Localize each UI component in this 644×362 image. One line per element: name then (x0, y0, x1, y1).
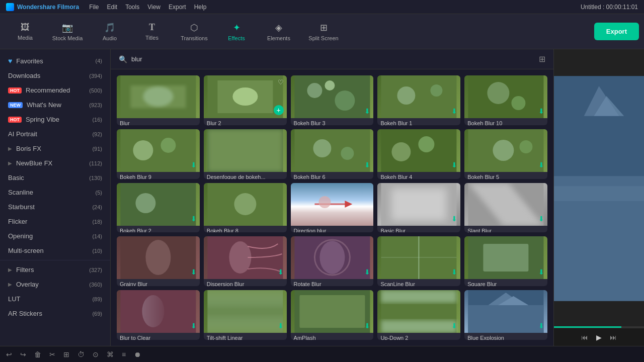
nav-audio[interactable]: 🎵 Audio (90, 17, 130, 47)
effect-scanline-blur[interactable]: ⬇ ScanLine Blur (377, 236, 460, 286)
effect-grainy[interactable]: ⬇ Grainy Blur (117, 236, 200, 286)
effect-slant-blur[interactable]: ⬇ Slant Blur (464, 183, 547, 233)
menu-tools[interactable]: Tools (125, 4, 139, 11)
sidebar-item-lut[interactable]: LUT (89) (0, 292, 110, 306)
sidebar-item-filters[interactable]: ▶ Filters (327) (0, 262, 110, 277)
download-icon-5[interactable]: ⬇ (364, 161, 370, 169)
menu-view[interactable]: View (147, 4, 160, 11)
preview-play-button[interactable]: ▶ (596, 333, 602, 341)
svg-point-26 (419, 136, 435, 152)
sidebar-item-ai-portrait[interactable]: AI Portrait (92) (0, 127, 110, 141)
undo-button[interactable]: ↩ (6, 350, 12, 358)
download-icon-11[interactable]: ⬇ (191, 268, 197, 276)
sidebar-item-opening[interactable]: Opening (14) (0, 229, 110, 243)
sidebar-item-spring-vibe[interactable]: HOT Spring Vibe (16) (0, 112, 110, 127)
effect-blue-explosion-name: Blue Explosion (464, 333, 547, 340)
search-input[interactable] (131, 55, 535, 63)
download-icon-3[interactable]: ⬇ (538, 107, 544, 115)
sidebar-item-favorites[interactable]: ♥ Favorites (4) (0, 53, 110, 68)
effect-direction-blur[interactable]: Direction blur (291, 183, 374, 233)
download-icon-12[interactable]: ⬇ (278, 268, 284, 276)
download-icon-7[interactable]: ⬇ (538, 161, 544, 169)
sidebar-item-ar-stickers[interactable]: AR Stickers (69) (0, 306, 110, 321)
download-icon-6[interactable]: ⬇ (451, 161, 457, 169)
menu-edit[interactable]: Edit (107, 4, 117, 11)
effect-bokeh10[interactable]: ⬇ Bokeh Blur 10 (464, 75, 547, 125)
audio-icon: 🎵 (104, 22, 115, 33)
effect-tiltshift[interactable]: ⬇ Tilt-shift Linear (204, 290, 287, 340)
effect-amplash[interactable]: ⬇ AmPlash (291, 290, 374, 340)
nav-titles[interactable]: T Titles (132, 17, 172, 47)
download-icon-8[interactable]: ⬇ (191, 215, 197, 223)
effect-blur2[interactable]: ♡ + Blur 2 (204, 75, 287, 125)
preview-fast-forward-button[interactable]: ⏭ (610, 333, 617, 341)
sidebar-item-boris-fx[interactable]: ▶ Boris FX (91) (0, 141, 110, 156)
cut-button[interactable]: ✂ (49, 350, 55, 358)
sidebar-item-multi-screen[interactable]: Multi-screen (10) (0, 243, 110, 258)
download-icon-14[interactable]: ⬇ (451, 268, 457, 276)
download-icon-17[interactable]: ⬇ (278, 322, 284, 330)
download-icon-16[interactable]: ⬇ (191, 322, 197, 330)
download-icon-9[interactable]: ⬇ (451, 215, 457, 223)
preview-rewind-button[interactable]: ⏮ (581, 333, 588, 341)
download-icon-4[interactable]: ⬇ (191, 161, 197, 169)
download-icon-2[interactable]: ⬇ (451, 107, 457, 115)
nav-transitions[interactable]: ⬡ Transitions (174, 17, 214, 47)
effect-rotate-blur[interactable]: ⬇ Rotate Blur (291, 236, 374, 286)
effect-bokeh2[interactable]: ⬇ Bokeh Blur 2 (117, 183, 200, 233)
download-icon-13[interactable]: ⬇ (364, 268, 370, 276)
delete-button[interactable]: 🗑 (34, 350, 41, 358)
download-icon-10[interactable]: ⬇ (538, 215, 544, 223)
effect-bokeh9[interactable]: ⬇ Bokeh Blur 9 (117, 129, 200, 179)
redo-button[interactable]: ↪ (20, 350, 26, 358)
effect-basic-blur[interactable]: ⬇ Basic Blur (377, 183, 460, 233)
timer-button[interactable]: ⏱ (77, 350, 85, 358)
download-icon-19[interactable]: ⬇ (451, 322, 457, 330)
sidebar-item-overlay[interactable]: ▶ Overlay (360) (0, 277, 110, 292)
nav-stock[interactable]: 📷 Stock Media (47, 17, 88, 47)
sidebar-item-starburst[interactable]: Starburst (24) (0, 200, 110, 214)
sidebar-item-recommended[interactable]: HOT Recommended (500) (0, 83, 110, 98)
menu-file[interactable]: File (89, 4, 99, 11)
sidebar-item-scanline[interactable]: Scanline (5) (0, 185, 110, 200)
effect-blur[interactable]: Blur (117, 75, 200, 125)
add-icon[interactable]: + (274, 105, 284, 115)
nav-effects[interactable]: ✦ Effects (216, 17, 257, 47)
main-layout: ♥ Favorites (4) Downloads (394) HOT Reco… (0, 49, 644, 346)
effect-bokeh3[interactable]: ⬇ Bokeh Blur 3 (291, 75, 374, 125)
effect-square-blur[interactable]: ⬇ Square Blur (464, 236, 547, 286)
audio-mix-button[interactable]: ≡ (122, 350, 126, 358)
sidebar-item-downloads[interactable]: Downloads (394) (0, 68, 110, 83)
zoom-button[interactable]: ⊙ (93, 350, 99, 358)
nav-split[interactable]: ⊞ Split Screen (301, 17, 346, 47)
effect-bokeh1[interactable]: ⬇ Bokeh Blur 1 (377, 75, 460, 125)
effect-bokeh6[interactable]: ⬇ Bokeh Blur 6 (291, 129, 374, 179)
effect-bokeh5[interactable]: ⬇ Bokeh Blur 5 (464, 129, 547, 179)
download-icon-15[interactable]: ⬇ (538, 268, 544, 276)
settings-button[interactable]: ⌘ (107, 350, 114, 358)
sidebar-item-whats-new[interactable]: NEW What's New (923) (0, 98, 110, 112)
grid-toggle-button[interactable]: ⊞ (539, 54, 545, 64)
sidebar-item-flicker[interactable]: Flicker (18) (0, 214, 110, 229)
sidebar-downloads-label: Downloads (8, 72, 40, 79)
effect-dispersion[interactable]: ⬇ Dispersion Blur (204, 236, 287, 286)
crop-button[interactable]: ⊞ (63, 350, 69, 358)
effect-blur-clear[interactable]: ⬇ Blur to Clear (117, 290, 200, 340)
menu-help[interactable]: Help (194, 4, 207, 11)
download-icon[interactable]: ⬇ (364, 107, 370, 115)
sidebar-item-basic[interactable]: Basic (130) (0, 170, 110, 185)
nav-media[interactable]: 🖼 Media (5, 17, 45, 47)
download-icon-20[interactable]: ⬇ (538, 322, 544, 330)
menu-export[interactable]: Export (169, 4, 186, 11)
effect-bokeh4[interactable]: ⬇ Bokeh Blur 4 (377, 129, 460, 179)
nav-elements[interactable]: ◈ Elements (259, 17, 299, 47)
sidebar-item-newblue-fx[interactable]: ▶ NewBlue FX (112) (0, 156, 110, 170)
download-icon-18[interactable]: ⬇ (364, 322, 370, 330)
effect-bokeh8[interactable]: Bokeh Blur 8 (204, 183, 287, 233)
export-button[interactable]: Export (594, 23, 639, 40)
effect-updown2[interactable]: ⬇ Up-Down 2 (377, 290, 460, 340)
record-button[interactable]: ⏺ (134, 350, 141, 358)
heart-icon[interactable]: ♡ (278, 78, 284, 86)
effect-desenfoque[interactable]: Desenfoque de bokeh... (204, 129, 287, 179)
effect-blue-explosion[interactable]: ⬇ Blue Explosion (464, 290, 547, 340)
